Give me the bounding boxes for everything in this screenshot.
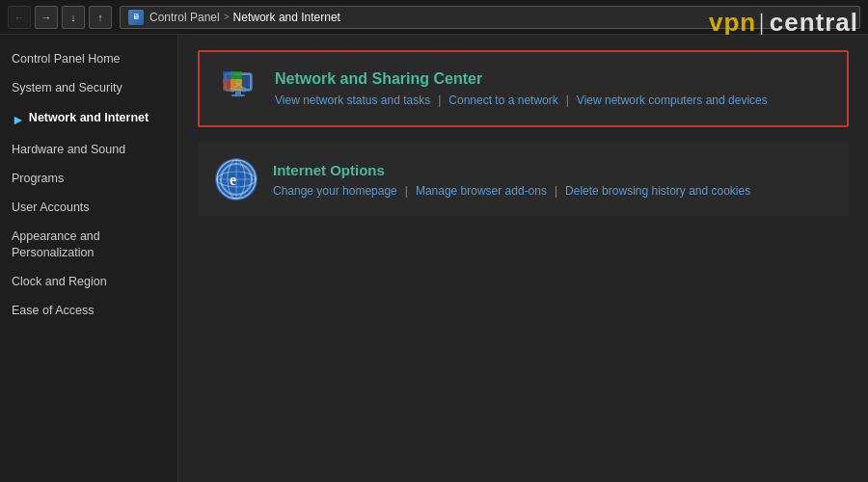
sidebar-item-programs[interactable]: Programs	[0, 164, 177, 193]
sep2: |	[566, 94, 569, 107]
sidebar-item-user-accounts[interactable]: User Accounts	[0, 193, 177, 222]
sidebar-item-home[interactable]: Control Panel Home	[0, 44, 177, 73]
internet-options-panel: e Internet Options Change your homepage …	[198, 143, 849, 216]
content-area: Network and Sharing Center View network …	[178, 35, 868, 482]
sidebar-user-accounts-label: User Accounts	[12, 200, 90, 215]
svg-point-15	[228, 160, 245, 199]
network-sharing-panel: Network and Sharing Center View network …	[198, 50, 849, 127]
sidebar-appearance-label: Appearance and Personalization	[12, 228, 166, 260]
sidebar: Control Panel Home System and Security ►…	[0, 35, 178, 482]
sidebar-network-internet-label: Network and Internet	[29, 110, 149, 125]
sidebar-home-label: Control Panel Home	[12, 51, 121, 67]
view-status-link[interactable]: View network status and tasks	[275, 94, 430, 107]
sidebar-item-ease-access[interactable]: Ease of Access	[0, 296, 177, 325]
watermark-vpn: vpn	[709, 8, 756, 37]
svg-point-19	[217, 160, 256, 199]
sep3: |	[405, 184, 408, 198]
down-button[interactable]: ↓	[62, 6, 85, 29]
back-button[interactable]: ←	[8, 6, 31, 29]
network-sharing-body: Network and Sharing Center View network …	[275, 70, 768, 107]
svg-rect-13	[231, 79, 242, 91]
internet-options-icon: e	[213, 156, 259, 202]
sidebar-ease-access-label: Ease of Access	[12, 303, 94, 318]
view-computers-link[interactable]: View network computers and devices	[577, 94, 768, 107]
sep1: |	[438, 94, 441, 107]
main-container: Control Panel Home System and Security ►…	[0, 35, 868, 482]
breadcrumb-root[interactable]: Control Panel	[149, 11, 220, 24]
svg-text:e: e	[230, 172, 236, 188]
svg-rect-3	[235, 91, 241, 94]
forward-button[interactable]: →	[35, 6, 58, 29]
manage-addons-link[interactable]: Manage browser add-ons	[416, 184, 547, 198]
watermark-central: central	[770, 8, 858, 37]
breadcrumb-icon: 🖥	[128, 10, 144, 25]
change-homepage-link[interactable]: Change your homepage	[273, 184, 397, 198]
breadcrumb-sep: >	[224, 12, 230, 22]
network-sharing-icon	[215, 66, 261, 112]
internet-options-title: Internet Options	[273, 162, 750, 178]
internet-globe-icon: e	[215, 158, 258, 201]
svg-point-9	[242, 88, 247, 93]
svg-point-16	[217, 172, 256, 187]
internet-options-links: Change your homepage | Manage browser ad…	[273, 184, 750, 198]
connect-network-link[interactable]: Connect to a network	[448, 94, 557, 107]
sidebar-item-clock-region[interactable]: Clock and Region	[0, 267, 177, 296]
nav-buttons: ← → ↓ ↑	[8, 6, 112, 29]
active-bullet: ►	[12, 111, 25, 128]
up-button[interactable]: ↑	[89, 6, 112, 29]
svg-rect-4	[231, 94, 245, 96]
sidebar-item-appearance[interactable]: Appearance and Personalization	[0, 222, 177, 267]
sidebar-clock-region-label: Clock and Region	[12, 274, 107, 289]
sidebar-system-security-label: System and Security	[12, 80, 122, 95]
sidebar-item-hardware-sound[interactable]: Hardware and Sound	[0, 135, 177, 164]
sidebar-hardware-sound-label: Hardware and Sound	[12, 142, 125, 157]
watermark-dash: │	[756, 13, 770, 35]
sep4: |	[555, 184, 557, 198]
sidebar-item-network-internet[interactable]: ► Network and Internet	[0, 103, 177, 135]
sidebar-item-system-security[interactable]: System and Security	[0, 73, 177, 102]
watermark: vpn│central	[709, 8, 858, 38]
sidebar-programs-label: Programs	[12, 171, 64, 186]
internet-options-body: Internet Options Change your homepage | …	[273, 162, 750, 198]
network-sharing-links: View network status and tasks | Connect …	[275, 94, 768, 107]
network-sharing-title: Network and Sharing Center	[275, 70, 768, 88]
breadcrumb-text: Control Panel > Network and Internet	[149, 11, 340, 24]
delete-history-link[interactable]: Delete browsing history and cookies	[565, 184, 750, 198]
breadcrumb-current: Network and Internet	[233, 11, 340, 24]
